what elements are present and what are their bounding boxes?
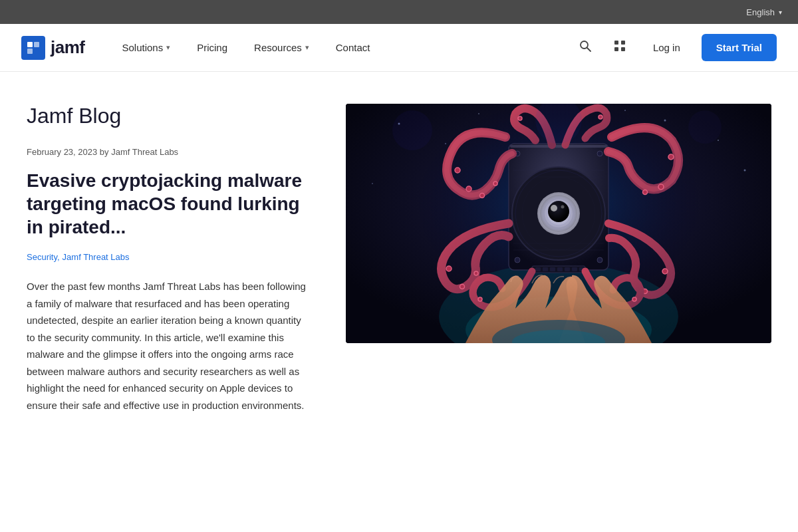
post-title: Evasive cryptojacking malware targeting …	[27, 169, 306, 239]
top-bar: English ▾	[0, 0, 798, 24]
svg-point-55	[658, 184, 664, 190]
svg-point-61	[474, 271, 478, 275]
nav-item-contact[interactable]: Contact	[325, 37, 381, 59]
svg-point-51	[466, 186, 471, 192]
start-trial-button[interactable]: Start Trial	[702, 34, 777, 61]
svg-point-26	[597, 257, 602, 263]
svg-point-65	[632, 297, 636, 301]
svg-point-34	[551, 205, 557, 211]
svg-point-52	[480, 194, 485, 198]
solutions-chevron-icon: ▾	[166, 43, 170, 52]
main-content: Jamf Blog February 23, 2023 by Jamf Thre…	[0, 72, 798, 454]
grid-button[interactable]	[608, 34, 632, 61]
post-tags: Security, Jamf Threat Labs	[27, 252, 306, 262]
post-excerpt: Over the past few months Jamf Threat Lab…	[27, 278, 306, 414]
svg-point-19	[478, 113, 479, 114]
svg-point-16	[718, 140, 719, 141]
svg-rect-43	[535, 267, 541, 271]
search-button[interactable]	[573, 34, 597, 61]
nav-item-solutions[interactable]: Solutions ▾	[111, 37, 181, 59]
svg-point-60	[460, 285, 465, 289]
svg-point-57	[518, 116, 522, 120]
svg-point-24	[597, 151, 602, 156]
svg-rect-47	[565, 267, 570, 271]
svg-point-14	[445, 143, 446, 144]
svg-line-4	[587, 48, 591, 51]
language-chevron-icon: ▾	[779, 9, 782, 16]
post-meta: February 23, 2023 by Jamf Threat Labs	[27, 147, 306, 157]
login-button[interactable]: Log in	[642, 37, 691, 59]
svg-point-56	[643, 190, 648, 195]
svg-point-58	[598, 115, 602, 119]
svg-point-59	[446, 266, 452, 271]
svg-point-62	[662, 269, 668, 274]
svg-point-35	[561, 205, 565, 209]
svg-point-17	[372, 183, 373, 184]
svg-point-20	[624, 110, 626, 111]
svg-rect-0	[27, 42, 33, 47]
svg-rect-6	[621, 41, 625, 45]
nav-item-resources[interactable]: Resources ▾	[243, 37, 320, 59]
svg-rect-7	[614, 47, 618, 51]
svg-rect-2	[27, 49, 33, 54]
nav-item-pricing[interactable]: Pricing	[186, 37, 238, 59]
post-by: by	[100, 147, 111, 157]
svg-point-25	[515, 257, 520, 263]
logo-icon	[21, 36, 45, 60]
svg-point-53	[493, 182, 497, 186]
post-date: February 23, 2023	[27, 147, 97, 157]
svg-point-54	[668, 154, 674, 160]
hero-image	[346, 104, 771, 343]
language-selector[interactable]: English ▾	[746, 7, 782, 17]
post-author: Jamf Threat Labs	[111, 147, 178, 157]
svg-point-64	[478, 297, 482, 301]
svg-rect-45	[550, 267, 555, 271]
nav-actions: Log in Start Trial	[573, 34, 777, 61]
content-left: Jamf Blog February 23, 2023 by Jamf Thre…	[27, 104, 306, 414]
nav-links: Solutions ▾ Pricing Resources ▾ Contact	[111, 37, 573, 59]
svg-rect-46	[557, 267, 563, 271]
svg-point-68	[392, 110, 432, 150]
content-right	[346, 104, 771, 343]
post-tag-security[interactable]: Security,	[27, 252, 60, 262]
svg-rect-1	[34, 42, 39, 47]
svg-point-69	[688, 110, 722, 144]
svg-rect-44	[543, 267, 548, 271]
navbar: jamf Solutions ▾ Pricing Resources ▾ Con…	[0, 24, 798, 72]
post-tag-threat-labs[interactable]: Jamf Threat Labs	[63, 252, 130, 262]
svg-point-3	[581, 41, 588, 49]
language-label: English	[746, 7, 775, 17]
svg-rect-5	[614, 41, 618, 45]
svg-rect-22	[510, 145, 607, 148]
resources-chevron-icon: ▾	[305, 43, 309, 52]
svg-point-18	[744, 170, 746, 172]
page-title: Jamf Blog	[27, 104, 306, 128]
svg-rect-48	[572, 267, 577, 271]
logo-link[interactable]: jamf	[21, 36, 84, 60]
svg-point-50	[455, 168, 460, 173]
svg-point-15	[664, 120, 666, 122]
svg-rect-8	[621, 47, 625, 51]
logo-text: jamf	[51, 37, 84, 58]
